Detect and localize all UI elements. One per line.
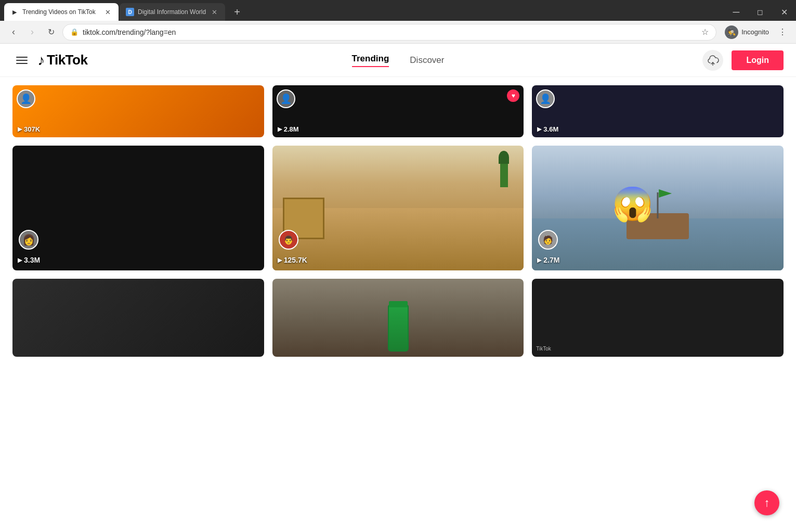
incognito-label: Incognito [741, 28, 769, 36]
video-thumb-5 [272, 146, 524, 270]
view-count-4: 3.3M [24, 256, 40, 264]
back-button[interactable]: ‹ [6, 25, 21, 40]
video-thumb-6 [532, 146, 784, 270]
video-card-3[interactable]: 👤 ▶ 3.6M [532, 85, 784, 137]
video-avatar-1: 👤 [17, 89, 35, 108]
scroll-top-icon: ↑ [764, 496, 770, 510]
tiktok-logo-icon: ♪ [37, 52, 45, 69]
video-grid: 👤 ▶ 307K 👤 ♥ ▶ 2.8M [0, 77, 796, 365]
trending-nav-item[interactable]: Trending [352, 54, 389, 67]
play-icon-3: ▶ [537, 126, 541, 133]
play-icon-1: ▶ [18, 126, 22, 133]
close-button[interactable]: ✕ [772, 3, 796, 21]
video-card-4[interactable]: 👩 ▶ 3.3M [12, 146, 264, 270]
hamburger-line-2 [16, 60, 28, 61]
tab-close-diw[interactable]: ✕ [210, 7, 219, 17]
browser-chrome: ▶ Trending Videos on TikTok ✕ D Digital … [0, 0, 796, 44]
reload-button[interactable]: ↻ [44, 25, 58, 40]
video-card-8[interactable] [272, 279, 524, 357]
video-card-9[interactable]: TikTok [532, 279, 784, 357]
video-avatar-4: 👩 [19, 230, 38, 250]
view-count-6: 2.7M [543, 256, 559, 264]
menu-button[interactable] [12, 51, 31, 70]
video-card-1[interactable]: 👤 ▶ 307K [12, 85, 264, 137]
video-overlay-1: 👤 [17, 89, 35, 108]
video-card-5[interactable]: 👨 ▶ 125.7K [272, 146, 524, 270]
new-tab-button[interactable]: + [228, 3, 246, 21]
video-thumb-9: TikTok [532, 279, 784, 357]
tab-title-diw: Digital Information World [138, 8, 206, 16]
video-stats-4: ▶ 3.3M [18, 256, 40, 264]
minimize-button[interactable]: ─ [724, 3, 748, 21]
video-overlay-3: 👤 [536, 89, 555, 108]
forward-button[interactable]: › [25, 25, 40, 40]
video-avatar-5: 👨 [279, 230, 298, 250]
tiktok-logo-text: TikTok [47, 52, 87, 68]
incognito-avatar: 🕵 [725, 25, 738, 39]
video-avatar-container-5: 👨 [279, 230, 298, 250]
chrome-menu-button[interactable]: ⋮ [775, 25, 790, 40]
video-stats-6: ▶ 2.7M [537, 256, 559, 264]
maximize-button[interactable]: ◻ [748, 3, 772, 21]
video-stats-3: ▶ 3.6M [537, 125, 558, 133]
video-card-7[interactable] [12, 279, 264, 357]
browser-tabs-bar: ▶ Trending Videos on TikTok ✕ D Digital … [0, 0, 796, 21]
video-avatar-6: 🧑 [538, 230, 558, 250]
tab-favicon-tiktok: ▶ [10, 8, 19, 16]
video-row-2: 👩 ▶ 3.3M 👨 [12, 146, 784, 270]
video-card-2[interactable]: 👤 ♥ ▶ 2.8M [272, 85, 524, 137]
tab-favicon-diw: D [126, 8, 134, 16]
video-row-1: 👤 ▶ 307K 👤 ♥ ▶ 2.8M [12, 85, 784, 137]
video-row-3: TikTok [12, 279, 784, 357]
video-thumb-1 [12, 85, 264, 137]
play-icon-6: ▶ [537, 257, 541, 264]
url-text: tiktok.com/trending/?lang=en [83, 28, 697, 36]
video-stats-2: ▶ 2.8M [278, 125, 299, 133]
login-button[interactable]: Login [732, 50, 784, 70]
play-icon-5: ▶ [278, 257, 282, 264]
incognito-profile[interactable]: 🕵 Incognito [721, 24, 773, 40]
tiktok-header: ♪ TikTok Trending Discover Login [0, 44, 796, 77]
bookmark-icon[interactable]: ☆ [701, 27, 709, 37]
window-controls: ─ ◻ ✕ [724, 3, 796, 21]
extensions-area: 🕵 Incognito ⋮ [721, 24, 790, 40]
browser-tab-diw[interactable]: D Digital Information World ✕ [120, 3, 225, 21]
view-count-3: 3.6M [543, 125, 558, 133]
video-heart-overlay: ♥ [507, 89, 519, 102]
browser-tab-tiktok[interactable]: ▶ Trending Videos on TikTok ✕ [4, 3, 119, 21]
video-thumb-8 [272, 279, 524, 357]
upload-icon [707, 55, 719, 66]
video-avatar-container-6: 🧑 [538, 230, 558, 250]
view-count-5: 125.7K [284, 256, 307, 264]
video-avatar-3: 👤 [536, 89, 555, 108]
tab-close-tiktok[interactable]: ✕ [103, 7, 112, 17]
video-stats-5: ▶ 125.7K [278, 256, 307, 264]
video-stats-1: ▶ 307K [18, 125, 40, 133]
video-avatar-container-4: 👩 [19, 230, 38, 250]
view-count-1: 307K [24, 125, 40, 133]
emoji-overlay-6: 😱 [612, 185, 654, 224]
hamburger-line-3 [16, 63, 28, 64]
lock-icon: 🔒 [70, 28, 79, 36]
video-card-6[interactable]: 😱 🧑 ▶ 2.7M [532, 146, 784, 270]
video-thumb-7 [12, 279, 264, 357]
play-icon-4: ▶ [18, 257, 22, 264]
video-avatar-2: 👤 [277, 89, 295, 108]
discover-nav-item[interactable]: Discover [410, 55, 444, 66]
tiktok-app: ♪ TikTok Trending Discover Login [0, 44, 796, 365]
address-bar[interactable]: 🔒 tiktok.com/trending/?lang=en ☆ [62, 24, 716, 41]
header-right: Login [702, 50, 784, 71]
video-thumb-4 [12, 146, 264, 270]
browser-toolbar: ‹ › ↻ 🔒 tiktok.com/trending/?lang=en ☆ 🕵… [0, 21, 796, 44]
tab-title-tiktok: Trending Videos on TikTok [22, 8, 99, 16]
tiktok-logo[interactable]: ♪ TikTok [37, 52, 87, 69]
upload-button[interactable] [702, 50, 723, 71]
hamburger-line-1 [16, 57, 28, 58]
scroll-top-button[interactable]: ↑ [754, 490, 779, 515]
header-nav: Trending Discover [352, 54, 445, 67]
play-icon-2: ▶ [278, 126, 282, 133]
view-count-2: 2.8M [284, 125, 299, 133]
video-overlay-2: 👤 [277, 89, 295, 108]
